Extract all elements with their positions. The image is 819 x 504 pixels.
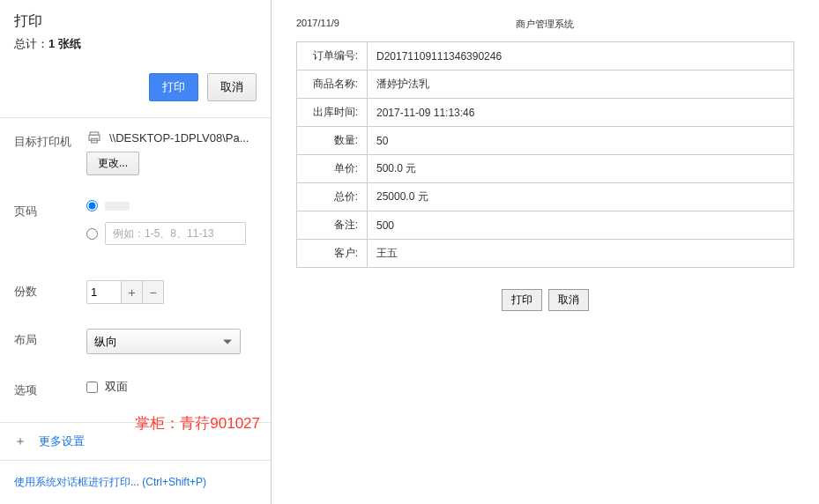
preview-actions: 打印 取消: [296, 289, 794, 311]
pages-label: 页码: [14, 200, 86, 219]
table-row: 商品名称:潘婷护法乳: [297, 70, 794, 99]
preview-system-name: 商户管理系统: [462, 18, 628, 31]
cancel-button[interactable]: 取消: [207, 73, 257, 101]
cell-label: 商品名称:: [297, 70, 368, 99]
options-row: 选项 双面: [0, 367, 271, 411]
preview-print-button[interactable]: 打印: [502, 289, 542, 311]
copies-label: 份数: [14, 280, 86, 300]
print-button[interactable]: 打印: [149, 73, 198, 101]
layout-row: 布局 纵向: [0, 316, 271, 367]
pages-all-radio[interactable]: [86, 200, 98, 211]
duplex-checkbox-row[interactable]: 双面: [86, 379, 257, 395]
printer-destination: \\DESKTOP-1DPLV08\Pa...: [86, 130, 257, 145]
options-label: 选项: [14, 379, 86, 398]
preview-cancel-button[interactable]: 取消: [548, 289, 589, 311]
layout-select[interactable]: 纵向: [86, 329, 241, 354]
more-settings-button[interactable]: ＋ 更多设置: [0, 422, 271, 461]
duplex-checkbox[interactable]: [86, 382, 98, 393]
table-row: 数量:50: [297, 127, 794, 155]
pages-all-radio-row: [86, 200, 257, 211]
pages-all-label: [105, 202, 130, 211]
destination-label: 目标打印机: [14, 130, 86, 150]
table-row: 备注:500: [297, 211, 794, 240]
panel-header: 打印 总计：1 张纸: [0, 0, 271, 61]
cell-value: 500.0 元: [368, 155, 794, 183]
settings-rows: 目标打印机 \\DESKTOP-1DPLV08\Pa... 更改... 页码: [0, 118, 271, 422]
table-row: 出库时间:2017-11-09 11:13:46: [297, 99, 794, 127]
cell-value: 王五: [368, 240, 794, 268]
cell-label: 单价:: [297, 155, 368, 183]
copies-input[interactable]: [86, 280, 122, 304]
plus-icon: ＋: [14, 434, 26, 449]
cell-value: 25000.0 元: [368, 183, 794, 211]
copies-row: 份数 + −: [0, 268, 271, 316]
cell-label: 总价:: [297, 183, 368, 211]
cell-value: 500: [368, 211, 794, 240]
table-row: 总价:25000.0 元: [297, 183, 794, 211]
print-settings-panel: 打印 总计：1 张纸 打印 取消 目标打印机 \\DESKTOP-1DPLV08…: [0, 0, 272, 504]
copies-decrement-button[interactable]: −: [143, 280, 164, 304]
table-row: 订单编号:D20171109111346390246: [297, 42, 794, 70]
printer-name: \\DESKTOP-1DPLV08\Pa...: [109, 131, 249, 145]
layout-label: 布局: [14, 329, 86, 348]
pages-custom-radio[interactable]: [86, 228, 98, 240]
duplex-label: 双面: [105, 379, 128, 395]
action-row: 打印 取消: [0, 61, 271, 118]
cell-label: 客户:: [297, 240, 368, 268]
preview-date: 2017/11/9: [296, 18, 462, 31]
cell-label: 订单编号:: [297, 42, 368, 70]
cell-value: 50: [368, 127, 794, 155]
cell-value: 2017-11-09 11:13:46: [368, 99, 794, 127]
preview-header: 2017/11/9 商户管理系统: [296, 18, 794, 31]
cell-value: D20171109111346390246: [368, 42, 794, 70]
cell-label: 出库时间:: [297, 99, 368, 127]
panel-title: 打印: [14, 12, 257, 31]
svg-rect-1: [89, 135, 100, 140]
copies-stepper: + −: [86, 280, 257, 304]
cell-value: 潘婷护法乳: [368, 70, 794, 99]
cell-label: 备注:: [297, 211, 368, 240]
table-row: 客户:王五: [297, 240, 794, 268]
pages-row: 页码: [0, 188, 271, 268]
sheet-summary: 总计：1 张纸: [14, 36, 257, 52]
print-preview-area: 2017/11/9 商户管理系统 订单编号:D20171109111346390…: [272, 0, 819, 504]
table-row: 单价:500.0 元: [297, 155, 794, 183]
copies-increment-button[interactable]: +: [122, 280, 143, 304]
cell-label: 数量:: [297, 127, 368, 155]
system-dialog-link[interactable]: 使用系统对话框进行打印... (Ctrl+Shift+P): [0, 461, 271, 504]
printer-icon: [86, 130, 102, 145]
destination-row: 目标打印机 \\DESKTOP-1DPLV08\Pa... 更改...: [0, 118, 271, 188]
order-data-table: 订单编号:D20171109111346390246商品名称:潘婷护法乳出库时间…: [296, 41, 794, 268]
pages-range-input[interactable]: [105, 222, 246, 245]
change-printer-button[interactable]: 更改...: [86, 152, 139, 175]
pages-custom-radio-row: [86, 222, 257, 245]
